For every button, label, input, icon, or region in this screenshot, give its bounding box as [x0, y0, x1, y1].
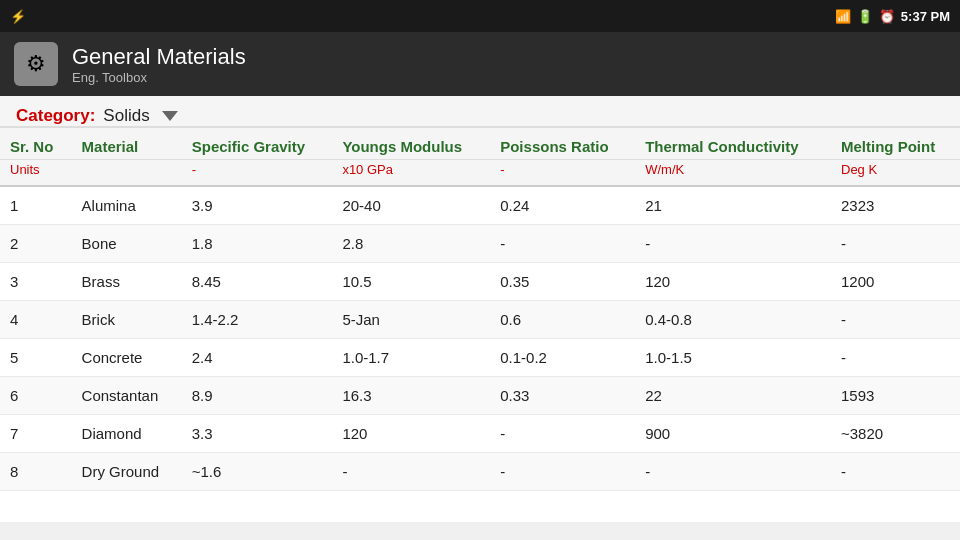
table-cell: 22	[635, 377, 831, 415]
table-cell: Concrete	[72, 339, 182, 377]
unit-tc: W/m/K	[635, 160, 831, 187]
table-cell: 2	[0, 225, 72, 263]
table-cell: 3.9	[182, 186, 333, 225]
unit-ym: x10 GPa	[332, 160, 490, 187]
unit-srno: Units	[0, 160, 72, 187]
table-cell: 2323	[831, 186, 960, 225]
table-cell: 20-40	[332, 186, 490, 225]
app-title: General Materials	[72, 44, 246, 70]
col-pr: Poissons Ratio	[490, 128, 635, 160]
table-cell: 0.24	[490, 186, 635, 225]
col-tc: Thermal Conductivity	[635, 128, 831, 160]
table-cell: ~3820	[831, 415, 960, 453]
table-cell: 900	[635, 415, 831, 453]
table-header-row: Sr. No Material Specific Gravity Youngs …	[0, 128, 960, 160]
table-cell: 5	[0, 339, 72, 377]
col-srno: Sr. No	[0, 128, 72, 160]
table-cell: Dry Ground	[72, 453, 182, 491]
table-wrapper[interactable]: Sr. No Material Specific Gravity Youngs …	[0, 128, 960, 522]
col-mp: Melting Point	[831, 128, 960, 160]
table-body: 1Alumina3.920-400.242123232Bone1.82.8---…	[0, 186, 960, 491]
table-cell: -	[332, 453, 490, 491]
app-header: ⚙ General Materials Eng. Toolbox	[0, 32, 960, 96]
signal-icon: 📶	[835, 9, 851, 24]
table-cell: 1.0-1.7	[332, 339, 490, 377]
table-cell: 16.3	[332, 377, 490, 415]
table-cell: 0.35	[490, 263, 635, 301]
table-cell: 3.3	[182, 415, 333, 453]
table-cell: -	[831, 301, 960, 339]
table-cell: 1	[0, 186, 72, 225]
table-cell: 4	[0, 301, 72, 339]
table-row: 6Constantan8.916.30.33221593	[0, 377, 960, 415]
table-cell: 1593	[831, 377, 960, 415]
table-cell: 0.6	[490, 301, 635, 339]
table-cell: Diamond	[72, 415, 182, 453]
table-cell: 8	[0, 453, 72, 491]
battery-icon: 🔋	[857, 9, 873, 24]
table-cell: 1200	[831, 263, 960, 301]
col-sg: Specific Gravity	[182, 128, 333, 160]
table-cell: 21	[635, 186, 831, 225]
table-cell: 8.9	[182, 377, 333, 415]
table-row: 4Brick1.4-2.25-Jan0.60.4-0.8-	[0, 301, 960, 339]
table-row: 5Concrete2.41.0-1.70.1-0.21.0-1.5-	[0, 339, 960, 377]
table-cell: -	[490, 415, 635, 453]
table-cell: ~1.6	[182, 453, 333, 491]
table-row: 3Brass8.4510.50.351201200	[0, 263, 960, 301]
category-label: Category:	[16, 106, 95, 126]
table-cell: 2.8	[332, 225, 490, 263]
col-material: Material	[72, 128, 182, 160]
table-cell: -	[831, 225, 960, 263]
category-value: Solids	[103, 106, 149, 126]
unit-sg: -	[182, 160, 333, 187]
app-icon: ⚙	[14, 42, 58, 86]
table-row: 1Alumina3.920-400.24212323	[0, 186, 960, 225]
table-cell: 3	[0, 263, 72, 301]
table-cell: 1.4-2.2	[182, 301, 333, 339]
unit-pr: -	[490, 160, 635, 187]
app-title-block: General Materials Eng. Toolbox	[72, 44, 246, 85]
app-subtitle: Eng. Toolbox	[72, 70, 246, 85]
table-cell: Bone	[72, 225, 182, 263]
table-cell: 0.33	[490, 377, 635, 415]
table-cell: 120	[635, 263, 831, 301]
table-cell: -	[635, 225, 831, 263]
materials-table: Sr. No Material Specific Gravity Youngs …	[0, 128, 960, 491]
table-cell: 5-Jan	[332, 301, 490, 339]
table-cell: -	[831, 453, 960, 491]
usb-icon: ⚡	[10, 9, 26, 24]
table-cell: 2.4	[182, 339, 333, 377]
table-cell: 7	[0, 415, 72, 453]
table-row: 7Diamond3.3120-900~3820	[0, 415, 960, 453]
table-cell: 0.1-0.2	[490, 339, 635, 377]
status-left: ⚡	[10, 9, 26, 24]
table-units-row: Units - x10 GPa - W/m/K Deg K	[0, 160, 960, 187]
category-row[interactable]: Category: Solids	[0, 96, 960, 128]
table-cell: Brass	[72, 263, 182, 301]
table-cell: -	[490, 225, 635, 263]
dropdown-arrow-icon[interactable]	[162, 111, 178, 121]
table-cell: 6	[0, 377, 72, 415]
table-row: 2Bone1.82.8---	[0, 225, 960, 263]
table-cell: Constantan	[72, 377, 182, 415]
col-ym: Youngs Modulus	[332, 128, 490, 160]
table-cell: Alumina	[72, 186, 182, 225]
table-cell: -	[490, 453, 635, 491]
table-cell: 1.8	[182, 225, 333, 263]
table-cell: 10.5	[332, 263, 490, 301]
unit-material	[72, 160, 182, 187]
table-cell: -	[635, 453, 831, 491]
table-cell: Brick	[72, 301, 182, 339]
table-cell: 0.4-0.8	[635, 301, 831, 339]
table-row: 8Dry Ground~1.6----	[0, 453, 960, 491]
alarm-icon: ⏰	[879, 9, 895, 24]
table-cell: 8.45	[182, 263, 333, 301]
table-cell: -	[831, 339, 960, 377]
table-cell: 120	[332, 415, 490, 453]
status-bar: ⚡ 📶 🔋 ⏰ 5:37 PM	[0, 0, 960, 32]
status-right: 📶 🔋 ⏰ 5:37 PM	[835, 9, 950, 24]
unit-mp: Deg K	[831, 160, 960, 187]
table-cell: 1.0-1.5	[635, 339, 831, 377]
status-time: 5:37 PM	[901, 9, 950, 24]
